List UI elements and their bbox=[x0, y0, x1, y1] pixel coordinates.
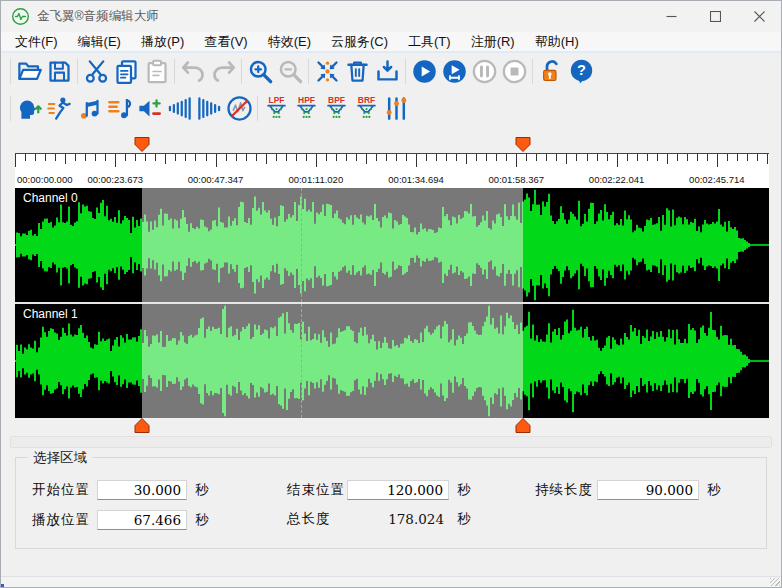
timeline-area: 00:00:00.00000:00:23.67300:00:47.34700:0… bbox=[15, 137, 769, 434]
equalizer-button[interactable] bbox=[381, 93, 411, 123]
redo-button[interactable] bbox=[208, 57, 238, 87]
horizontal-scrollbar[interactable] bbox=[10, 436, 772, 448]
voice-change-button[interactable] bbox=[14, 93, 44, 123]
ruler-tick bbox=[226, 154, 227, 161]
ruler-tick bbox=[125, 154, 126, 161]
window-controls bbox=[649, 1, 781, 32]
filter-lpf-button[interactable]: LPF bbox=[261, 93, 291, 123]
menu-item-file[interactable]: 文件(F) bbox=[5, 33, 68, 51]
selection-end-marker-bottom[interactable] bbox=[515, 418, 531, 433]
selection-panel-title: 选择区域 bbox=[28, 449, 92, 467]
help-button[interactable]: ? bbox=[566, 57, 596, 87]
ruler-time-label: 00:00:23.673 bbox=[88, 174, 143, 185]
melody-button[interactable] bbox=[104, 93, 134, 123]
trim-button[interactable] bbox=[372, 57, 402, 87]
tempo-button[interactable] bbox=[44, 93, 74, 123]
denoise-button[interactable] bbox=[224, 93, 254, 123]
ruler-tick bbox=[747, 154, 748, 161]
maximize-button[interactable] bbox=[693, 1, 737, 32]
waveform-channel-0[interactable]: Channel 0 bbox=[15, 188, 769, 302]
ruler-tick bbox=[256, 154, 257, 161]
selection-start-marker-top[interactable] bbox=[134, 137, 150, 152]
save-file-button[interactable] bbox=[44, 57, 74, 87]
marker-down-icon bbox=[515, 137, 531, 152]
field-start-position-input[interactable] bbox=[97, 480, 187, 500]
fade-in-button[interactable] bbox=[164, 93, 194, 123]
paste-icon bbox=[143, 58, 170, 85]
pause-button[interactable] bbox=[469, 57, 499, 87]
play-button[interactable] bbox=[409, 57, 439, 87]
toolbar-separator bbox=[532, 59, 533, 84]
ruler-tick bbox=[727, 154, 728, 161]
filter-brf-button[interactable]: BRF bbox=[351, 93, 381, 123]
menu-item-effects[interactable]: 特效(E) bbox=[258, 33, 321, 51]
field-end-position-input[interactable] bbox=[347, 480, 449, 500]
selection-end-marker-top[interactable] bbox=[515, 137, 531, 152]
waveform-channel-1[interactable]: Channel 1 bbox=[15, 304, 769, 418]
ruler-tick bbox=[426, 154, 427, 161]
field-end-position-unit: 秒 bbox=[457, 481, 471, 499]
selection-start-marker-bottom[interactable] bbox=[134, 418, 150, 433]
copy-button[interactable] bbox=[111, 57, 141, 87]
lock-button[interactable] bbox=[536, 57, 566, 87]
toolbar-main: ? bbox=[1, 53, 781, 90]
menu-item-play[interactable]: 播放(P) bbox=[131, 33, 194, 51]
fade-out-button[interactable] bbox=[194, 93, 224, 123]
ruler-tick bbox=[637, 154, 638, 161]
ruler-tick bbox=[346, 154, 347, 161]
paste-button[interactable] bbox=[141, 57, 171, 87]
toolbar-separator bbox=[10, 96, 11, 121]
ruler-tick bbox=[516, 154, 517, 167]
ruler-tick bbox=[356, 154, 357, 161]
ruler-tick bbox=[45, 154, 46, 161]
app-window: 金飞翼®音频编辑大师 文件(F)编辑(E)播放(P)查看(V)特效(E)云服务(… bbox=[0, 0, 782, 588]
filter-hpf-button[interactable]: HPF bbox=[291, 93, 321, 123]
zoom-in-button[interactable] bbox=[245, 57, 275, 87]
field-start-position-unit: 秒 bbox=[195, 481, 209, 499]
menu-item-view[interactable]: 查看(V) bbox=[194, 33, 257, 51]
cut-icon bbox=[83, 58, 110, 85]
field-play-position-input[interactable] bbox=[97, 510, 187, 530]
stop-button[interactable] bbox=[499, 57, 529, 87]
menu-item-tools[interactable]: 工具(T) bbox=[398, 33, 461, 51]
ruler-tick bbox=[587, 154, 588, 161]
undo-button[interactable] bbox=[178, 57, 208, 87]
ruler-tick bbox=[556, 154, 557, 161]
volume-button[interactable] bbox=[134, 93, 164, 123]
field-duration-input[interactable] bbox=[597, 480, 699, 500]
ruler-tick bbox=[216, 154, 217, 167]
scrollbar-thumb[interactable] bbox=[11, 437, 771, 447]
menu-item-cloud[interactable]: 云服务(C) bbox=[321, 33, 398, 51]
zoom-out-button[interactable] bbox=[275, 57, 305, 87]
field-play-position: 播放位置秒 bbox=[32, 510, 209, 530]
timeline-ruler[interactable]: 00:00:00.00000:00:23.67300:00:47.34700:0… bbox=[15, 153, 769, 188]
close-button[interactable] bbox=[737, 1, 781, 32]
cut-button[interactable] bbox=[81, 57, 111, 87]
toolbar-separator bbox=[308, 59, 309, 84]
toolbar-separator bbox=[241, 59, 242, 84]
waveform-display: Channel 0 Channel 1 bbox=[15, 188, 769, 418]
ruler-tick bbox=[707, 154, 708, 161]
ruler-tick bbox=[206, 154, 207, 161]
ruler-tick bbox=[195, 154, 196, 161]
filter-bpf-button[interactable]: BPF bbox=[321, 93, 351, 123]
menu-item-edit[interactable]: 编辑(E) bbox=[68, 33, 131, 51]
field-duration-label: 持续长度 bbox=[535, 481, 597, 499]
mix-channels-button[interactable] bbox=[312, 57, 342, 87]
undo-icon bbox=[180, 58, 207, 85]
ruler-tick bbox=[65, 154, 66, 164]
close-icon bbox=[754, 11, 765, 22]
notes-button[interactable] bbox=[74, 93, 104, 123]
field-end-position-label: 结束位置 bbox=[287, 481, 347, 499]
play-selection-button[interactable] bbox=[439, 57, 469, 87]
ruler-tick bbox=[326, 154, 327, 161]
menu-item-register[interactable]: 注册(R) bbox=[461, 33, 525, 51]
open-file-button[interactable] bbox=[14, 57, 44, 87]
menu-item-help[interactable]: 帮助(H) bbox=[525, 33, 589, 51]
maximize-icon bbox=[710, 11, 721, 22]
delete-button[interactable] bbox=[342, 57, 372, 87]
resize-grip[interactable] bbox=[770, 578, 780, 586]
minimize-button[interactable] bbox=[649, 1, 693, 32]
ruler-tick bbox=[386, 154, 387, 161]
ruler-tick bbox=[456, 154, 457, 161]
